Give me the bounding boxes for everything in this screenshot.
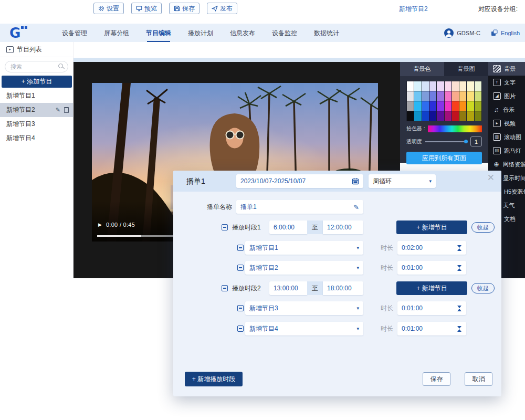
duration-input[interactable]: 0:01:00	[397, 301, 466, 315]
sidebar-program-item[interactable]: 新增节目2✎	[0, 103, 73, 117]
color-swatch[interactable]	[437, 91, 444, 101]
apply-all-pages-button[interactable]: 应用到所有页面	[406, 152, 482, 164]
program-remove-icon[interactable]	[237, 326, 244, 332]
nav-item-4[interactable]: 播放计划	[187, 24, 214, 41]
edit-pencil-icon[interactable]: ✎	[353, 203, 359, 211]
color-swatch[interactable]	[452, 101, 459, 111]
tool-music[interactable]: ♫音乐	[488, 103, 525, 117]
color-swatch[interactable]	[429, 111, 436, 121]
color-swatch[interactable]	[414, 111, 421, 121]
color-swatch[interactable]	[467, 91, 474, 101]
color-swatch[interactable]	[407, 91, 414, 101]
color-swatch[interactable]	[445, 91, 452, 101]
program-remove-icon[interactable]	[237, 265, 244, 271]
username[interactable]: GDSM-C	[457, 30, 480, 36]
add-program-button[interactable]: + 添加节目	[2, 76, 72, 88]
hourglass-icon[interactable]	[457, 245, 462, 251]
opacity-value[interactable]: 1	[470, 136, 482, 146]
color-swatch[interactable]	[437, 111, 444, 121]
color-swatch[interactable]	[459, 91, 466, 101]
tool-image[interactable]: ◢图片	[488, 89, 525, 103]
tool-video[interactable]: ▸视频	[488, 117, 525, 130]
segment-remove-icon[interactable]	[222, 224, 228, 230]
tool-marquee[interactable]: ▤跑马灯	[488, 144, 525, 158]
segment-start-input[interactable]: 6:00:00	[269, 220, 307, 234]
color-swatch[interactable]	[467, 81, 474, 91]
user-avatar-icon[interactable]	[444, 28, 454, 38]
color-swatch[interactable]	[422, 111, 429, 121]
color-swatch[interactable]	[452, 81, 459, 91]
sidebar-program-item[interactable]: 新增节目1	[0, 89, 73, 103]
tool-scroll-image[interactable]: ▥滚动图	[488, 130, 525, 144]
nav-item-5[interactable]: 信息发布	[229, 24, 256, 41]
close-icon[interactable]: ✕	[487, 173, 495, 182]
edit-icon[interactable]: ✎	[56, 107, 60, 113]
tab-bg-color[interactable]: 背景色	[400, 62, 444, 76]
sidebar-program-item[interactable]: 新增节目4	[0, 131, 73, 145]
duration-input[interactable]: 0:01:00	[397, 322, 466, 335]
segment-start-input[interactable]: 13:00:00	[269, 281, 307, 295]
segment-collapse-button[interactable]: 收起	[471, 222, 495, 233]
color-swatch[interactable]	[414, 81, 421, 91]
add-segment-button[interactable]: + 新增播放时段	[185, 372, 243, 386]
nav-item-6[interactable]: 设备监控	[271, 24, 298, 41]
color-swatch[interactable]	[459, 111, 466, 121]
duration-input[interactable]: 0:01:00	[397, 261, 466, 275]
program-select[interactable]: 新增节目3▾	[245, 301, 363, 315]
segment-collapse-button[interactable]: 收起	[471, 283, 495, 293]
play-icon[interactable]: ▶	[98, 222, 102, 227]
color-swatch[interactable]	[475, 101, 481, 111]
segment-add-program-button[interactable]: + 新增节目	[396, 281, 467, 295]
segment-add-program-button[interactable]: + 新增节目	[396, 220, 467, 234]
duration-input[interactable]: 0:02:00	[397, 241, 466, 255]
hourglass-icon[interactable]	[457, 265, 462, 271]
tool-network-resource[interactable]: ⊕网络资源	[488, 158, 525, 171]
color-swatch[interactable]	[429, 91, 436, 101]
color-swatch[interactable]	[459, 101, 466, 111]
color-swatch[interactable]	[422, 81, 429, 91]
playlist-name-input[interactable]: 播单1 ✎	[236, 200, 363, 214]
nav-item-1[interactable]: 设备管理	[61, 24, 88, 41]
loop-mode-select[interactable]: 周循环 ▾	[369, 174, 436, 188]
segment-remove-icon[interactable]	[222, 285, 228, 291]
segment-end-input[interactable]: 18:00:00	[323, 281, 363, 295]
trash-icon[interactable]	[64, 107, 69, 113]
program-select[interactable]: 新增节目1▾	[245, 241, 363, 255]
program-select[interactable]: 新增节目4▾	[245, 322, 363, 335]
preview-button[interactable]: 预览	[131, 3, 162, 14]
color-swatch[interactable]	[467, 111, 474, 121]
color-swatch[interactable]	[459, 81, 466, 91]
tool-text[interactable]: T文字	[488, 76, 525, 89]
color-swatch[interactable]	[452, 91, 459, 101]
color-swatch[interactable]	[407, 81, 414, 91]
modal-cancel-button[interactable]: 取消	[465, 372, 492, 386]
color-swatch[interactable]	[414, 101, 421, 111]
color-swatch[interactable]	[407, 101, 414, 111]
hourglass-icon[interactable]	[457, 306, 462, 311]
settings-button[interactable]: 设置	[93, 3, 124, 14]
color-swatch[interactable]	[414, 91, 421, 101]
color-swatch[interactable]	[445, 81, 452, 91]
date-range-input[interactable]: 2023/10/07-2025/10/07	[236, 174, 363, 188]
program-remove-icon[interactable]	[237, 245, 244, 251]
color-swatch[interactable]	[437, 81, 444, 91]
color-swatch[interactable]	[429, 81, 436, 91]
opacity-slider-handle[interactable]	[464, 140, 468, 143]
color-swatch[interactable]	[452, 111, 459, 121]
color-swatch[interactable]	[467, 101, 474, 111]
color-swatch[interactable]	[407, 111, 414, 121]
color-swatch[interactable]	[445, 101, 452, 111]
nav-item-2[interactable]: 屏幕分组	[103, 24, 130, 41]
color-swatch[interactable]	[475, 81, 481, 91]
nav-item-3[interactable]: 节目编辑	[145, 24, 172, 41]
program-select[interactable]: 新增节目2▾	[245, 261, 363, 275]
color-picker-gradient[interactable]	[428, 125, 482, 132]
color-swatch[interactable]	[475, 91, 481, 101]
language-toggle[interactable]: English	[501, 30, 520, 36]
color-swatch[interactable]	[429, 101, 436, 111]
save-button[interactable]: 保存	[169, 3, 200, 14]
nav-item-7[interactable]: 数据统计	[313, 24, 340, 41]
color-swatch[interactable]	[422, 91, 429, 101]
publish-button[interactable]: 发布	[207, 3, 237, 14]
color-swatch[interactable]	[437, 101, 444, 111]
